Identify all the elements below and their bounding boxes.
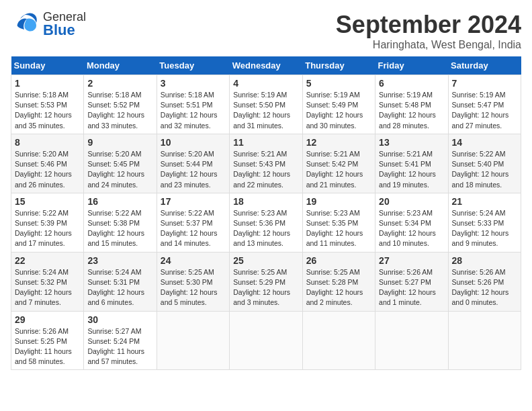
table-row: 2Sunrise: 5:18 AM Sunset: 5:52 PM Daylig… [84,75,157,134]
table-row: 3Sunrise: 5:18 AM Sunset: 5:51 PM Daylig… [157,75,229,134]
day-number: 1 [15,78,80,89]
day-number: 2 [87,78,152,89]
calendar-table: Sunday Monday Tuesday Wednesday Thursday… [11,56,521,370]
day-info: Sunrise: 5:18 AM Sunset: 5:52 PM Dayligh… [87,90,152,131]
day-info: Sunrise: 5:20 AM Sunset: 5:44 PM Dayligh… [161,149,226,190]
table-row: 26Sunrise: 5:25 AM Sunset: 5:28 PM Dayli… [302,252,375,311]
day-info: Sunrise: 5:18 AM Sunset: 5:51 PM Dayligh… [161,90,226,131]
day-info: Sunrise: 5:23 AM Sunset: 5:35 PM Dayligh… [306,208,371,249]
table-row: 10Sunrise: 5:20 AM Sunset: 5:44 PM Dayli… [157,134,229,193]
day-info: Sunrise: 5:22 AM Sunset: 5:37 PM Dayligh… [161,208,226,249]
table-row: 5Sunrise: 5:19 AM Sunset: 5:49 PM Daylig… [302,75,375,134]
table-row: 25Sunrise: 5:25 AM Sunset: 5:29 PM Dayli… [230,252,302,311]
day-info: Sunrise: 5:20 AM Sunset: 5:46 PM Dayligh… [15,149,80,190]
day-number: 22 [15,255,80,266]
day-number: 26 [306,255,371,266]
day-number: 10 [161,137,226,148]
header-row: Sunday Monday Tuesday Wednesday Thursday… [11,56,521,75]
table-row: 15Sunrise: 5:22 AM Sunset: 5:39 PM Dayli… [11,193,84,252]
day-info: Sunrise: 5:24 AM Sunset: 5:31 PM Dayligh… [87,267,152,308]
month-title: September 2024 [336,11,521,39]
table-row [157,311,229,370]
day-number: 17 [161,196,226,207]
day-info: Sunrise: 5:24 AM Sunset: 5:32 PM Dayligh… [15,267,80,308]
day-info: Sunrise: 5:19 AM Sunset: 5:49 PM Dayligh… [306,90,371,131]
col-tuesday: Tuesday [157,56,229,75]
day-info: Sunrise: 5:19 AM Sunset: 5:47 PM Dayligh… [452,90,517,131]
day-number: 25 [233,255,298,266]
day-info: Sunrise: 5:25 AM Sunset: 5:30 PM Dayligh… [161,267,226,308]
table-row: 4Sunrise: 5:19 AM Sunset: 5:50 PM Daylig… [230,75,302,134]
day-info: Sunrise: 5:19 AM Sunset: 5:50 PM Dayligh… [233,90,298,131]
day-number: 9 [87,137,152,148]
table-row: 29Sunrise: 5:26 AM Sunset: 5:25 PM Dayli… [11,311,84,370]
week-row-2: 8Sunrise: 5:20 AM Sunset: 5:46 PM Daylig… [11,134,521,193]
table-row [302,311,375,370]
table-row: 9Sunrise: 5:20 AM Sunset: 5:45 PM Daylig… [84,134,157,193]
table-row [448,311,521,370]
table-row: 8Sunrise: 5:20 AM Sunset: 5:46 PM Daylig… [11,134,84,193]
logo: General Blue [11,11,86,38]
day-info: Sunrise: 5:19 AM Sunset: 5:48 PM Dayligh… [379,90,444,131]
day-info: Sunrise: 5:20 AM Sunset: 5:45 PM Dayligh… [87,149,152,190]
table-row: 30Sunrise: 5:27 AM Sunset: 5:24 PM Dayli… [84,311,157,370]
day-number: 15 [15,196,80,207]
day-number: 12 [306,137,371,148]
table-row: 17Sunrise: 5:22 AM Sunset: 5:37 PM Dayli… [157,193,229,252]
day-number: 14 [452,137,517,148]
day-info: Sunrise: 5:25 AM Sunset: 5:28 PM Dayligh… [306,267,371,308]
week-row-5: 29Sunrise: 5:26 AM Sunset: 5:25 PM Dayli… [11,311,521,370]
table-row: 24Sunrise: 5:25 AM Sunset: 5:30 PM Dayli… [157,252,229,311]
day-info: Sunrise: 5:22 AM Sunset: 5:39 PM Dayligh… [15,208,80,249]
day-info: Sunrise: 5:26 AM Sunset: 5:25 PM Dayligh… [15,326,80,367]
col-wednesday: Wednesday [230,56,302,75]
day-info: Sunrise: 5:27 AM Sunset: 5:24 PM Dayligh… [87,326,152,367]
day-info: Sunrise: 5:26 AM Sunset: 5:27 PM Dayligh… [379,267,444,308]
day-number: 23 [87,255,152,266]
week-row-1: 1Sunrise: 5:18 AM Sunset: 5:53 PM Daylig… [11,75,521,134]
table-row: 11Sunrise: 5:21 AM Sunset: 5:43 PM Dayli… [230,134,302,193]
day-number: 20 [379,196,444,207]
table-row: 22Sunrise: 5:24 AM Sunset: 5:32 PM Dayli… [11,252,84,311]
day-info: Sunrise: 5:18 AM Sunset: 5:53 PM Dayligh… [15,90,80,131]
col-friday: Friday [375,56,448,75]
day-info: Sunrise: 5:21 AM Sunset: 5:42 PM Dayligh… [306,149,371,190]
table-row: 6Sunrise: 5:19 AM Sunset: 5:48 PM Daylig… [375,75,448,134]
day-info: Sunrise: 5:25 AM Sunset: 5:29 PM Dayligh… [233,267,298,308]
day-info: Sunrise: 5:26 AM Sunset: 5:26 PM Dayligh… [452,267,517,308]
day-number: 18 [233,196,298,207]
table-row: 13Sunrise: 5:21 AM Sunset: 5:41 PM Dayli… [375,134,448,193]
table-row: 12Sunrise: 5:21 AM Sunset: 5:42 PM Dayli… [302,134,375,193]
day-number: 4 [233,78,298,89]
day-number: 7 [452,78,517,89]
day-number: 28 [452,255,517,266]
day-info: Sunrise: 5:22 AM Sunset: 5:38 PM Dayligh… [87,208,152,249]
day-number: 13 [379,137,444,148]
col-saturday: Saturday [448,56,521,75]
table-row: 27Sunrise: 5:26 AM Sunset: 5:27 PM Dayli… [375,252,448,311]
table-row [230,311,302,370]
logo-blue-text: Blue [43,23,86,38]
day-number: 3 [161,78,226,89]
day-info: Sunrise: 5:23 AM Sunset: 5:36 PM Dayligh… [233,208,298,249]
table-row: 21Sunrise: 5:24 AM Sunset: 5:33 PM Dayli… [448,193,521,252]
day-number: 21 [452,196,517,207]
page-header: General Blue September 2024 Haringhata, … [11,11,521,51]
table-row: 28Sunrise: 5:26 AM Sunset: 5:26 PM Dayli… [448,252,521,311]
table-row: 14Sunrise: 5:22 AM Sunset: 5:40 PM Dayli… [448,134,521,193]
col-sunday: Sunday [11,56,84,75]
day-number: 19 [306,196,371,207]
day-number: 5 [306,78,371,89]
week-row-3: 15Sunrise: 5:22 AM Sunset: 5:39 PM Dayli… [11,193,521,252]
day-number: 8 [15,137,80,148]
day-number: 16 [87,196,152,207]
title-area: September 2024 Haringhata, West Bengal, … [336,11,521,51]
week-row-4: 22Sunrise: 5:24 AM Sunset: 5:32 PM Dayli… [11,252,521,311]
table-row: 1Sunrise: 5:18 AM Sunset: 5:53 PM Daylig… [11,75,84,134]
table-row: 16Sunrise: 5:22 AM Sunset: 5:38 PM Dayli… [84,193,157,252]
day-number: 11 [233,137,298,148]
col-thursday: Thursday [302,56,375,75]
logo-icon [11,12,40,36]
day-info: Sunrise: 5:22 AM Sunset: 5:40 PM Dayligh… [452,149,517,190]
table-row: 7Sunrise: 5:19 AM Sunset: 5:47 PM Daylig… [448,75,521,134]
